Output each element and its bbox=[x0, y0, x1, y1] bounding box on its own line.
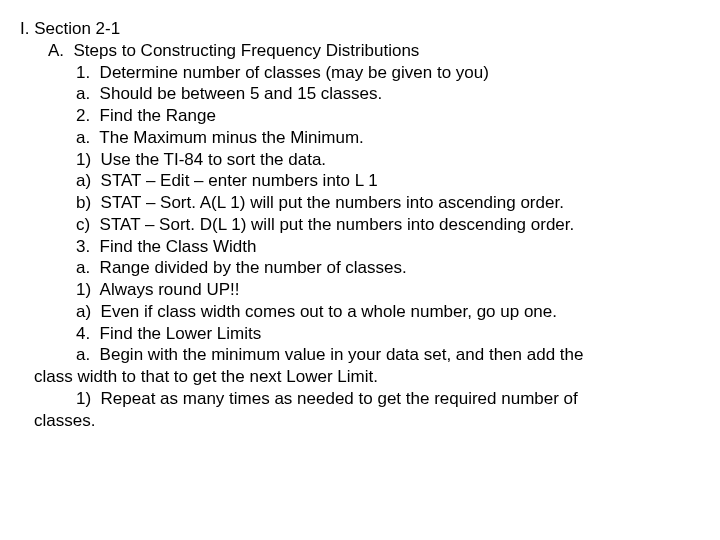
outline-line: 1) Always round UP!! bbox=[20, 279, 700, 301]
outline-line: 2. Find the Range bbox=[20, 105, 700, 127]
outline-line: I. Section 2-1 bbox=[20, 18, 700, 40]
outline-line: 1) Use the TI-84 to sort the data. bbox=[20, 149, 700, 171]
outline-line: 1. Determine number of classes (may be g… bbox=[20, 62, 700, 84]
outline-line: 1) Repeat as many times as needed to get… bbox=[20, 388, 700, 410]
outline-line: class width to that to get the next Lowe… bbox=[20, 366, 700, 388]
outline-line: a) STAT – Edit – enter numbers into L 1 bbox=[20, 170, 700, 192]
outline-line: a) Even if class width comes out to a wh… bbox=[20, 301, 700, 323]
outline-line: a. Range divided by the number of classe… bbox=[20, 257, 700, 279]
outline-line: 3. Find the Class Width bbox=[20, 236, 700, 258]
outline-line: 4. Find the Lower Limits bbox=[20, 323, 700, 345]
outline-line: b) STAT – Sort. A(L 1) will put the numb… bbox=[20, 192, 700, 214]
outline-line: classes. bbox=[20, 410, 700, 432]
outline-line: a. The Maximum minus the Minimum. bbox=[20, 127, 700, 149]
outline-line: a. Should be between 5 and 15 classes. bbox=[20, 83, 700, 105]
outline-line: a. Begin with the minimum value in your … bbox=[20, 344, 700, 366]
outline-line: A. Steps to Constructing Frequency Distr… bbox=[20, 40, 700, 62]
outline-page: I. Section 2-1 A. Steps to Constructing … bbox=[0, 0, 720, 451]
outline-line: c) STAT – Sort. D(L 1) will put the numb… bbox=[20, 214, 700, 236]
